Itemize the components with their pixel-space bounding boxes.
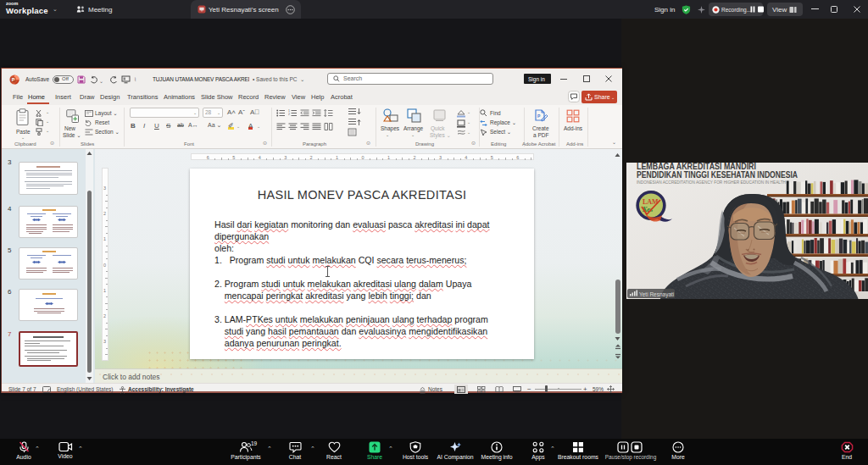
svg-text:Yeti Resnayati: Yeti Resnayati bbox=[639, 291, 674, 298]
svg-text:2: 2 bbox=[288, 113, 290, 116]
svg-text:P: P bbox=[537, 113, 541, 119]
svg-text:PENDIDIKAN TINGGI KESEHATAN IN: PENDIDIKAN TINGGI KESEHATAN INDONESIA bbox=[637, 169, 798, 180]
svg-text:P: P bbox=[12, 77, 15, 82]
svg-text:INDONESIAN ACCREDITATION AGENC: INDONESIAN ACCREDITATION AGENCY FOR HIGH… bbox=[637, 180, 786, 185]
